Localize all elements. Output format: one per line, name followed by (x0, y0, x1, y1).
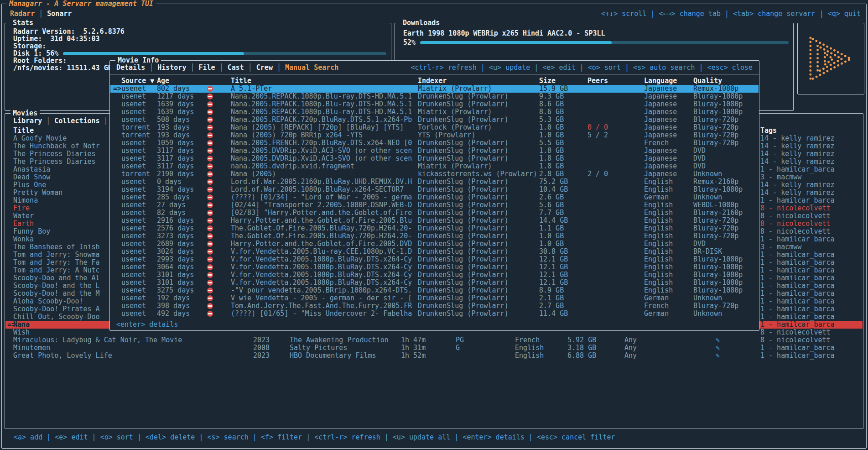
release-quality: DVD (693, 240, 759, 248)
release-indexer: DrunkenSlug (Prowlarr) (418, 271, 538, 279)
movie-info-tab-file[interactable]: File (199, 63, 215, 72)
release-source: usenet (121, 209, 157, 217)
release-indexer: DrunkenSlug (Prowlarr) (418, 100, 538, 108)
release-age: 1639 days (157, 100, 205, 108)
sort-descending-icon: ▼ (150, 77, 154, 85)
release-row[interactable]: usenet3024 daysV.for.Vendetta.2005.Blu-r… (110, 248, 759, 256)
movie-info-tab-details[interactable]: Details (116, 63, 145, 72)
movies-tab-collections[interactable]: Collections (54, 117, 99, 125)
movie-row[interactable]: Miraculous: Ladybug & Cat Noir, The Movi… (5, 336, 863, 344)
source-column-header[interactable]: Source ▼ (121, 77, 157, 85)
movie-info-tab-history[interactable]: History (157, 63, 186, 72)
peers-column-header[interactable]: Peers (587, 77, 643, 85)
release-row[interactable]: usenet492 days(????) [01/65] - "Miss Und… (110, 310, 759, 318)
release-row[interactable]: usenet82 days[02/83] "Harry.Potter.and.t… (110, 209, 759, 217)
release-indexer: DrunkenSlug (Prowlarr) (418, 155, 538, 162)
rejected-icon (207, 311, 213, 317)
movies-tab-library[interactable]: Library (13, 117, 42, 125)
download-item[interactable]: Earth 1998 1080p WEBRip x265 Hindi AAC2.… (403, 30, 605, 37)
release-row[interactable]: usenet3101 daysV.for.Vendetta.2005.1080p… (110, 271, 759, 279)
movie-info-tab-divider (110, 74, 759, 74)
release-row[interactable]: usenet27 days[02/44] "Transporter 2.2005… (110, 201, 759, 209)
release-source: usenet (121, 186, 157, 194)
indexer-column-header[interactable]: Indexer (418, 77, 538, 85)
servarr-tab-sonarr[interactable]: Sonarr (47, 10, 72, 18)
release-row[interactable]: usenet3117 daysNana.2005.DVDRip.XviD.AC3… (110, 147, 759, 155)
release-row[interactable]: usenet192 daysV wie Vendetta - 2005 - ge… (110, 294, 759, 302)
release-row[interactable]: usenet1059 daysNana.2005.FRENCH.720p.Blu… (110, 139, 759, 147)
rejected-icon (207, 125, 213, 131)
release-row[interactable]: torrent193 daysNana (2005) [REPACK] [720… (110, 124, 759, 131)
release-language: English (644, 201, 692, 209)
movie-quality-profile: Any (624, 336, 715, 344)
release-row[interactable]: usenet3194 daysLord.of.War.2005.1080p.Bl… (110, 186, 759, 194)
release-source: usenet (121, 302, 157, 310)
release-size: 12.1 GB (539, 271, 587, 279)
rejected-cell (207, 263, 225, 271)
movie-row[interactable]: Minutemen2008Salty Pictures1h 31mGEnglis… (5, 344, 863, 352)
release-row[interactable]: usenet398 daysTom.And.Jerry.The.Fast.And… (110, 302, 759, 310)
movie-info-tab-cast[interactable]: Cast (228, 63, 244, 72)
release-quality: Bluray-1080p (693, 186, 759, 194)
release-row[interactable]: torrent193 daysNana (2005) 720p BRRip x2… (110, 131, 759, 139)
age-column-header[interactable]: Age (157, 77, 205, 85)
release-row[interactable]: usenet285 days(????) [01/34] - "Lord of … (110, 194, 759, 201)
release-row[interactable]: usenet1217 daysNana.2005.REPACK.1080p.Bl… (110, 93, 759, 100)
release-language: Japanese (644, 155, 692, 162)
movie-tag: 8 - nicolecolvett (760, 220, 863, 228)
selected-row-marker (113, 287, 121, 294)
release-row[interactable]: usenet1639 daysNana.2005.REPACK.1080p.Bl… (110, 108, 759, 116)
release-row[interactable]: usenet1639 daysNana.2005.REPACK.1080p.Bl… (110, 100, 759, 108)
release-row[interactable]: usenet3101 daysV.for.Vendetta.2005.1080p… (110, 279, 759, 287)
release-age: 0 days (157, 178, 205, 186)
release-row[interactable]: usenet3117 daysnana.2005.dvdrip.xvid.fra… (110, 162, 759, 170)
release-indexer: DrunkenSlug (Prowlarr) (418, 279, 538, 287)
release-quality: Remux-1080p (693, 85, 759, 93)
movie-quality-profile: Any (624, 344, 715, 352)
release-peers (587, 147, 643, 155)
bottom-keybinds: <a> add | <e> edit | <o> sort | <del> de… (14, 434, 615, 441)
rejected-icon (207, 163, 213, 169)
release-row[interactable]: usenet3273 daysThe.Goblet.Of.Fire.2005.B… (110, 232, 759, 240)
release-row[interactable]: usenet2916 daysHarry.Potter.and.the.Gobl… (110, 217, 759, 225)
release-indexer: DrunkenSlug (Prowlarr) (418, 294, 538, 302)
release-title: Nana.2005.REPACK.1080p.Blu-ray.DTS-HD.MA… (231, 93, 415, 100)
selected-row-marker (113, 194, 121, 201)
release-row[interactable]: usenet2576 daysThe.Goblet.Of.Fire.2005.B… (110, 225, 759, 232)
rejected-icon (207, 187, 213, 193)
release-row[interactable]: usenet3064 daysV.for.Vendetta.2005.1080p… (110, 263, 759, 271)
release-row[interactable]: torrent2190 daysNana (2005)kickasstorren… (110, 170, 759, 178)
movies-panel-title: Movies (10, 110, 40, 117)
release-row[interactable]: =>usenet802 daysA 5.1-PTerMiatrix (Prowl… (110, 85, 759, 93)
release-row[interactable]: usenet508 daysNana.2005.REPACK.720p.BluR… (110, 116, 759, 124)
quality-column-header[interactable]: Quality (693, 77, 759, 85)
rejected-cell (207, 108, 225, 116)
movie-title: Miraculous: Ladybug & Cat Noir, The Movi… (13, 336, 251, 344)
selected-row-marker (113, 263, 121, 271)
movie-tag: 8 - nicolecolvett (760, 329, 863, 336)
release-peers (587, 310, 643, 318)
release-row[interactable]: usenet3117 daysNana.2005.DVDRip.XviD.AC3… (110, 155, 759, 162)
release-language: Japanese (644, 131, 692, 139)
size-column-header[interactable]: Size (539, 77, 587, 85)
movie-tag: 1 - hamilcar_barca (760, 235, 863, 243)
selected-row-marker (113, 93, 121, 100)
release-quality: Remux-2160p (693, 178, 759, 186)
release-peers (587, 232, 643, 240)
rejected-icon (207, 280, 213, 286)
movie-row[interactable]: Great Photo, Lovely Life2023HBO Document… (5, 352, 863, 360)
servarr-tab-radarr[interactable]: Radarr (10, 10, 35, 18)
release-peers (587, 279, 643, 287)
release-language: German (644, 294, 692, 302)
release-title: Nana.2005.REPACK.1080p.Blu-ray.DTS-HD.MA… (231, 100, 415, 108)
movie-info-tab-crew[interactable]: Crew (256, 63, 273, 72)
release-row[interactable]: usenet2993 daysV.for.Vendetta.2005.1080p… (110, 256, 759, 263)
release-row[interactable]: usenet0 daysLord.of.War.2005.2160p.BluRa… (110, 178, 759, 186)
release-row[interactable]: usenet3275 days-"V pour vendetta.2005.BR… (110, 287, 759, 294)
release-language: English (644, 287, 692, 294)
language-column-header[interactable]: Language (644, 77, 692, 85)
title-column-header[interactable]: Title (231, 77, 415, 85)
release-row[interactable]: usenet2689 daysHarry.Potter.and.the.Gobl… (110, 240, 759, 248)
movie-info-tab-manual-search[interactable]: Manual Search (285, 63, 338, 72)
release-quality: WEBDL-1080p (693, 201, 759, 209)
